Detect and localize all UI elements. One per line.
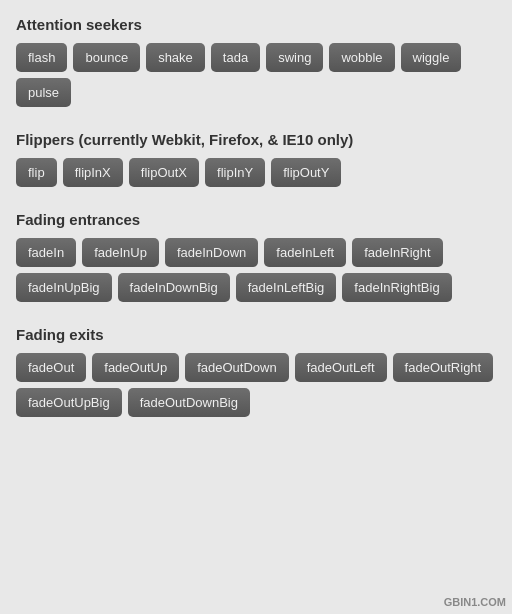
btn-pulse[interactable]: pulse	[16, 78, 71, 107]
btn-fadeinrightbig[interactable]: fadeInRightBig	[342, 273, 451, 302]
btn-fadeinright[interactable]: fadeInRight	[352, 238, 443, 267]
btn-fadeoutdown[interactable]: fadeOutDown	[185, 353, 289, 382]
btn-fadeinup[interactable]: fadeInUp	[82, 238, 159, 267]
btn-swing[interactable]: swing	[266, 43, 323, 72]
btn-flipinx[interactable]: flipInX	[63, 158, 123, 187]
section-attention-seekers: Attention seekersflashbounceshaketadaswi…	[16, 16, 496, 107]
btn-fadeoutdownbig[interactable]: fadeOutDownBig	[128, 388, 250, 417]
btn-fadeinupbig[interactable]: fadeInUpBig	[16, 273, 112, 302]
section-title-attention-seekers: Attention seekers	[16, 16, 496, 33]
section-title-fading-exits: Fading exits	[16, 326, 496, 343]
btn-fadeinleftbig[interactable]: fadeInLeftBig	[236, 273, 337, 302]
btn-flip[interactable]: flip	[16, 158, 57, 187]
btn-fadeindownbig[interactable]: fadeInDownBig	[118, 273, 230, 302]
btn-wiggle[interactable]: wiggle	[401, 43, 462, 72]
btn-shake[interactable]: shake	[146, 43, 205, 72]
btn-group-fading-exits: fadeOutfadeOutUpfadeOutDownfadeOutLeftfa…	[16, 353, 496, 417]
btn-group-fading-entrances: fadeInfadeInUpfadeInDownfadeInLeftfadeIn…	[16, 238, 496, 302]
btn-fadeoutup[interactable]: fadeOutUp	[92, 353, 179, 382]
btn-fadeout[interactable]: fadeOut	[16, 353, 86, 382]
section-fading-exits: Fading exitsfadeOutfadeOutUpfadeOutDownf…	[16, 326, 496, 417]
section-flippers: Flippers (currently Webkit, Firefox, & I…	[16, 131, 496, 187]
btn-fadeoutleft[interactable]: fadeOutLeft	[295, 353, 387, 382]
btn-flipouty[interactable]: flipOutY	[271, 158, 341, 187]
btn-fadein[interactable]: fadeIn	[16, 238, 76, 267]
btn-flipiny[interactable]: flipInY	[205, 158, 265, 187]
section-title-flippers: Flippers (currently Webkit, Firefox, & I…	[16, 131, 496, 148]
btn-fadeindown[interactable]: fadeInDown	[165, 238, 258, 267]
section-fading-entrances: Fading entrancesfadeInfadeInUpfadeInDown…	[16, 211, 496, 302]
section-title-fading-entrances: Fading entrances	[16, 211, 496, 228]
btn-fadeoutright[interactable]: fadeOutRight	[393, 353, 494, 382]
watermark: GBIN1.COM	[444, 596, 506, 608]
btn-group-flippers: flipflipInXflipOutXflipInYflipOutY	[16, 158, 496, 187]
btn-group-attention-seekers: flashbounceshaketadaswingwobblewigglepul…	[16, 43, 496, 107]
btn-fadeoutupbig[interactable]: fadeOutUpBig	[16, 388, 122, 417]
btn-flash[interactable]: flash	[16, 43, 67, 72]
btn-wobble[interactable]: wobble	[329, 43, 394, 72]
btn-tada[interactable]: tada	[211, 43, 260, 72]
btn-bounce[interactable]: bounce	[73, 43, 140, 72]
btn-flipoutx[interactable]: flipOutX	[129, 158, 199, 187]
btn-fadeinleft[interactable]: fadeInLeft	[264, 238, 346, 267]
